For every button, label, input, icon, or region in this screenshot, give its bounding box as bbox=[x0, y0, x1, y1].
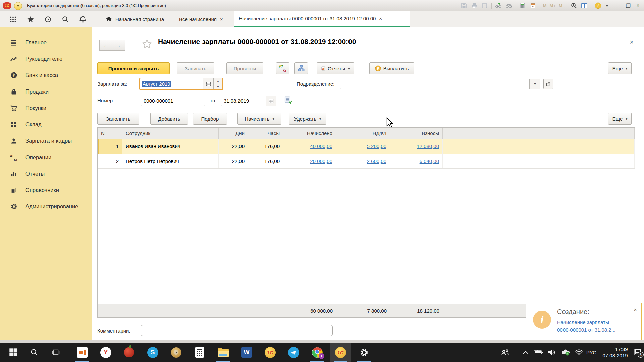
tray-wifi-icon[interactable] bbox=[573, 343, 585, 362]
info-icon[interactable]: i bbox=[594, 2, 602, 9]
close-window-button[interactable]: × bbox=[635, 3, 641, 9]
app-skype[interactable]: S bbox=[142, 343, 163, 362]
preview-icon[interactable] bbox=[481, 2, 488, 9]
task-view-icon[interactable] bbox=[47, 343, 64, 362]
reports-button[interactable]: Отчеты▾ bbox=[317, 62, 354, 74]
sidebar-item-manager[interactable]: Руководителю bbox=[0, 51, 92, 67]
save-icon[interactable] bbox=[460, 2, 468, 9]
history-icon[interactable] bbox=[44, 16, 52, 23]
salary-period-field[interactable]: Август 2019 ▲▼ bbox=[139, 78, 223, 90]
column-header[interactable]: НДФЛ bbox=[336, 128, 390, 139]
nav-back-button[interactable]: ← bbox=[99, 40, 113, 51]
main-menu-chevron-icon[interactable]: ▼ bbox=[14, 2, 22, 10]
tab-all-accruals[interactable]: Все начисления × bbox=[174, 11, 234, 27]
app-clock-gold[interactable] bbox=[165, 343, 187, 362]
memory-button[interactable]: M bbox=[543, 3, 547, 8]
pick-button[interactable]: Подбор bbox=[193, 113, 227, 125]
accrue-button[interactable]: Начислить▾ bbox=[237, 113, 281, 125]
favorites-star-icon[interactable] bbox=[27, 16, 34, 23]
tray-onedrive-icon[interactable] bbox=[559, 343, 572, 362]
sidebar-item-operations[interactable]: ДтКт Операции bbox=[0, 149, 92, 166]
nav-forward-button[interactable]: → bbox=[112, 40, 125, 51]
app-word[interactable]: W bbox=[236, 343, 257, 362]
open-department-button[interactable] bbox=[543, 79, 553, 89]
date-field[interactable]: 31.08.2019 bbox=[221, 96, 276, 106]
tab-close-icon[interactable]: × bbox=[379, 16, 382, 21]
tray-notification-center-icon[interactable]: 3 bbox=[632, 343, 644, 362]
tray-volume-icon[interactable] bbox=[545, 343, 558, 362]
tray-battery-icon[interactable] bbox=[532, 343, 545, 362]
tray-clock[interactable]: 17:3907.08.2019 bbox=[599, 343, 631, 362]
fill-button[interactable]: Заполнить bbox=[97, 113, 139, 125]
app-chrome[interactable]: T bbox=[306, 343, 328, 362]
sidebar-item-reports[interactable]: Отчеты bbox=[0, 166, 92, 182]
sidebar-item-purchases[interactable]: Покупки bbox=[0, 100, 92, 116]
ndfl-link[interactable]: 5 200,00 bbox=[367, 143, 386, 149]
notification-close-icon[interactable]: × bbox=[634, 307, 637, 313]
app-calculator[interactable] bbox=[189, 343, 210, 362]
post-button[interactable]: Провести bbox=[226, 62, 263, 74]
column-header[interactable]: Часы bbox=[248, 128, 283, 139]
contributions-link[interactable]: 12 080,00 bbox=[417, 143, 439, 149]
ndfl-link[interactable]: 2 600,00 bbox=[367, 158, 386, 164]
number-field[interactable]: 0000-000001 bbox=[141, 96, 205, 106]
app-yandex-browser[interactable]: Y bbox=[95, 343, 116, 362]
dtkt-postings-button[interactable]: Дт Кт bbox=[276, 62, 289, 74]
column-header[interactable]: N bbox=[98, 128, 122, 139]
1c-logo-icon[interactable]: 1С bbox=[3, 2, 11, 9]
accrued-link[interactable]: 20 000,00 bbox=[310, 158, 332, 164]
notifications-bell-icon[interactable] bbox=[79, 16, 87, 23]
table-row[interactable]: 1 Иванов Иван Иванович 22,00 176,00 40 0… bbox=[98, 139, 635, 154]
app-settings[interactable] bbox=[353, 343, 375, 362]
info-dropdown-icon[interactable]: ▼ bbox=[605, 4, 609, 8]
notification-link[interactable]: Начисление зарплаты bbox=[557, 319, 609, 325]
column-header[interactable]: Дни bbox=[219, 128, 248, 139]
start-button[interactable] bbox=[5, 343, 22, 362]
column-header[interactable]: Начислено bbox=[283, 128, 336, 139]
sidebar-item-salary-hr[interactable]: Зарплата и кадры bbox=[0, 133, 92, 149]
taskbar-search-icon[interactable] bbox=[25, 343, 43, 362]
tab-close-icon[interactable]: × bbox=[220, 16, 223, 22]
apps-grid-icon[interactable] bbox=[9, 16, 17, 23]
combo-dropdown-icon[interactable]: ▾ bbox=[529, 79, 540, 89]
sidebar-item-warehouse[interactable]: Склад bbox=[0, 116, 92, 133]
app-1c[interactable]: 1С bbox=[259, 343, 281, 362]
column-header[interactable]: Сотрудник bbox=[122, 128, 219, 139]
table-row[interactable]: 2 Петров Петр Петрович 22,00 176,00 20 0… bbox=[98, 154, 635, 169]
print-icon[interactable] bbox=[471, 2, 478, 9]
withhold-button[interactable]: Удержать▾ bbox=[289, 113, 326, 125]
go-to-link-icon[interactable] bbox=[495, 2, 502, 9]
copy-link-icon[interactable] bbox=[505, 2, 513, 9]
calculator-icon[interactable] bbox=[519, 2, 526, 9]
app-telegram[interactable] bbox=[283, 343, 304, 362]
app-file-explorer[interactable] bbox=[212, 343, 234, 362]
favorite-star-icon[interactable] bbox=[142, 39, 152, 50]
accrued-link[interactable]: 40 000,00 bbox=[310, 143, 332, 149]
app-orange-document[interactable] bbox=[71, 343, 93, 362]
more-button-top[interactable]: Еще▾ bbox=[608, 62, 632, 74]
sidebar-item-main[interactable]: Главное bbox=[0, 34, 92, 51]
calendar-icon[interactable]: 31 bbox=[529, 2, 537, 9]
sidebar-item-directories[interactable]: Справочники bbox=[0, 182, 92, 198]
sidebar-item-bank-cash[interactable]: ₽ Банк и касса bbox=[0, 67, 92, 83]
zoom-in-icon[interactable] bbox=[570, 2, 578, 9]
column-header[interactable]: Взносы bbox=[390, 128, 443, 139]
salary-period-value[interactable]: Август 2019 bbox=[142, 81, 171, 87]
department-field[interactable]: ▾ bbox=[340, 79, 540, 89]
notification-link[interactable]: 0000-000001 от 31.08.2... bbox=[557, 327, 615, 333]
sidebar-item-sales[interactable]: Продажи bbox=[0, 83, 92, 100]
pay-button[interactable]: ₽ Выплатить bbox=[369, 62, 414, 74]
period-spinner[interactable]: ▲▼ bbox=[213, 78, 222, 89]
minimize-button[interactable]: – bbox=[615, 3, 622, 9]
split-view-icon[interactable] bbox=[581, 2, 588, 9]
contributions-link[interactable]: 6 040,00 bbox=[420, 158, 439, 164]
close-document-icon[interactable]: × bbox=[630, 38, 634, 46]
restore-button[interactable]: ❐ bbox=[625, 3, 632, 9]
comment-field[interactable] bbox=[141, 325, 333, 336]
document-structure-button[interactable] bbox=[294, 62, 308, 74]
calendar-picker-icon[interactable] bbox=[266, 96, 276, 106]
tab-salary-accrual[interactable]: Начисление зарплаты 0000-000001 от 31.08… bbox=[234, 11, 410, 27]
more-button-table[interactable]: Еще▾ bbox=[608, 113, 632, 125]
tray-people-icon[interactable] bbox=[498, 343, 513, 362]
memory-plus-button[interactable]: M+ bbox=[550, 3, 556, 8]
